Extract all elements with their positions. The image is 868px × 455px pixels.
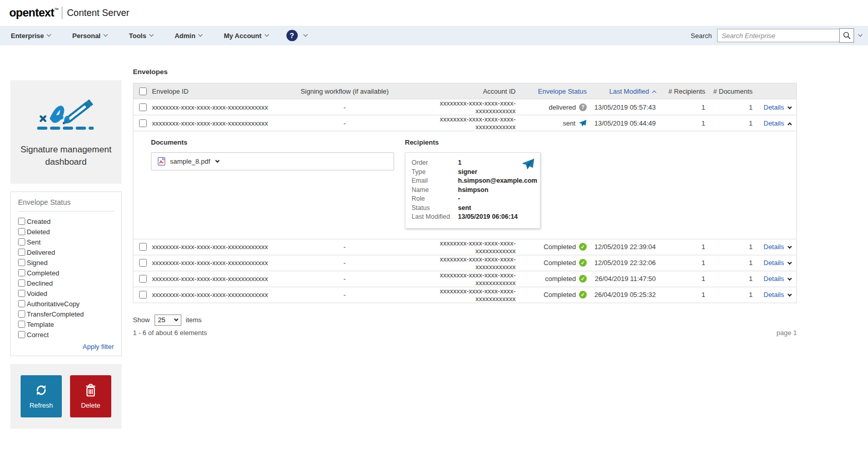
last-modified-cell: 12/05/2019 22:32:06 [588,259,664,267]
status-cell: Completed ✓ [516,291,588,299]
recipient-field-row: Status sent [412,204,534,213]
filter-checkbox[interactable] [18,269,25,276]
filter-option-label: Deleted [27,228,50,236]
help-menu[interactable]: ? [279,30,314,41]
filter-checkbox[interactable] [18,249,25,256]
logo-trademark: ™ [54,7,59,12]
filter-option[interactable]: AuthoritativeCopy [18,299,114,309]
filter-option[interactable]: Template [18,319,114,329]
details-link[interactable]: Details [763,291,791,299]
nav-menu-item[interactable]: Admin [164,26,213,45]
status-help-icon[interactable]: ? [579,103,587,111]
col-last-modified[interactable]: Last Modified [588,87,664,95]
row-checkbox[interactable] [139,243,147,251]
status-cell: Completed ✓ [516,243,588,251]
filter-option[interactable]: Deleted [18,226,114,237]
pdf-file-icon [158,157,165,166]
recipient-field-label: Name [412,186,458,195]
row-checkbox[interactable] [139,291,147,299]
filter-checkbox[interactable] [18,218,25,225]
filter-title: Envelope Status [18,198,114,212]
row-checkbox[interactable] [139,275,147,283]
recipient-field-value: h.simpson@example.com [458,177,537,186]
filter-option[interactable]: Declined [18,278,114,288]
documents-cell: 1 [708,119,756,127]
document-dropdown[interactable]: sample_8.pdf [151,152,394,170]
filter-option[interactable]: TransferCompleted [18,309,114,319]
nav-menu-item[interactable]: My Account [213,26,279,45]
apply-filter-link[interactable]: Apply filter [18,343,114,351]
logo-divider [62,7,62,19]
details-link[interactable]: Details [763,243,791,251]
filter-checkbox[interactable] [18,259,25,266]
filter-checkbox[interactable] [18,331,25,338]
filter-option-label: Completed [27,269,59,277]
search-options-chevron-icon[interactable] [858,32,862,37]
filter-checkbox[interactable] [18,228,25,235]
document-name: sample_8.pdf [170,157,210,165]
filter-checkbox[interactable] [18,238,25,246]
chevron-down-icon [788,260,792,265]
filter-option[interactable]: Sent [18,237,114,247]
filter-option[interactable]: Signed [18,257,114,268]
refresh-button[interactable]: Refresh [21,375,62,417]
filter-checkbox[interactable] [18,300,25,307]
envelope-id-cell: xxxxxxxx-xxxx-xxxx-xxxx-xxxxxxxxxxxx [152,259,283,267]
search-label: Search [691,32,712,40]
search-input[interactable] [717,29,840,42]
filter-option[interactable]: Completed [18,268,114,278]
filter-option-label: AuthoritativeCopy [27,300,80,308]
filter-checkbox[interactable] [18,321,25,328]
delete-button[interactable]: Delete [70,375,111,417]
recipients-cell: 1 [664,275,708,283]
details-link[interactable]: Details [763,119,791,127]
account-id-cell: xxxxxxxx-xxxx-xxxx-xxxx-xxxxxxxxxxxx [406,115,516,131]
last-modified-cell: 13/05/2019 05:57:43 [588,103,664,111]
signature-dashboard-tile[interactable]: Signature management dashboard [10,80,122,184]
status-completed-icon: ✓ [579,259,587,267]
nav-menu-item[interactable]: Tools [118,26,164,45]
filter-checkbox[interactable] [18,290,25,297]
recipient-field-row: Type signer [412,168,534,177]
filter-option[interactable]: Delivered [18,247,114,257]
nav-menu-item[interactable]: Personal [61,26,118,45]
select-all-checkbox[interactable] [139,87,147,95]
details-link[interactable]: Details [763,259,791,267]
col-envelope-status[interactable]: Envelope Status [516,87,588,95]
status-completed-icon: ✓ [579,275,587,283]
help-icon[interactable]: ? [286,30,298,41]
search-button[interactable] [839,28,854,43]
details-link[interactable]: Details [763,103,791,111]
chevron-down-icon [47,32,51,37]
main-menubar: Enterprise Personal Tools Admin [0,26,868,45]
page-size-select[interactable]: 25 [155,314,181,326]
envelope-id-cell: xxxxxxxx-xxxx-xxxx-xxxx-xxxxxxxxxxxx [152,119,283,127]
refresh-icon [35,383,48,397]
recipient-field-row: Role - [412,195,534,204]
nav-menu-item-label: Tools [129,32,146,40]
row-checkbox[interactable] [139,103,147,111]
items-label: items [186,316,202,324]
filter-option[interactable]: Voided [18,288,114,299]
details-link[interactable]: Details [763,275,791,283]
envelope-row: xxxxxxxx-xxxx-xxxx-xxxx-xxxxxxxxxxxx - x… [133,99,796,115]
recipients-cell: 1 [664,119,708,127]
recipients-title: Recipients [405,138,796,146]
envelopes-section: Envelopes Envelope ID Signing workflow (… [133,45,797,337]
recipient-field-value: 13/05/2019 06:06:14 [458,213,534,222]
filter-option-label: Voided [27,290,47,297]
row-checkbox[interactable] [139,119,147,127]
filter-option[interactable]: Created [18,216,114,226]
workflow-cell: - [283,243,406,251]
row-checkbox[interactable] [139,259,147,267]
recipients-pane: Recipients Order 1 Type signer [405,138,796,229]
filter-checkbox[interactable] [18,279,25,287]
filter-checkbox[interactable] [18,310,25,318]
refresh-button-label: Refresh [29,401,53,409]
nav-menu-item[interactable]: Enterprise [0,26,61,45]
status-sent-plane-icon [578,119,587,127]
page-size-value: 25 [158,316,165,324]
envelope-row: xxxxxxxx-xxxx-xxxx-xxxx-xxxxxxxxxxxx - x… [133,287,796,303]
filter-option[interactable]: Correct [18,329,114,340]
recipient-card: Order 1 Type signer Email h.simpso [405,152,540,229]
